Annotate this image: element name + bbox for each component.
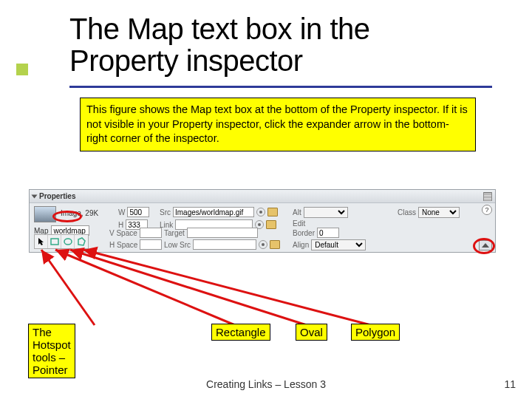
browse-folder-icon[interactable] bbox=[266, 220, 276, 229]
border-label: Border bbox=[293, 229, 315, 237]
image-thumbnail[interactable] bbox=[34, 206, 56, 222]
svg-line-4 bbox=[70, 250, 307, 325]
align-select[interactable]: Default bbox=[311, 239, 366, 250]
hotspot-tools bbox=[34, 234, 89, 249]
panel-menu-icon[interactable] bbox=[483, 192, 492, 201]
point-to-file-icon[interactable] bbox=[256, 208, 265, 216]
vspace-input[interactable] bbox=[140, 228, 162, 238]
annotation-pointer-label: The Hotspot tools – Pointer bbox=[28, 324, 75, 378]
hotspot-polygon-tool[interactable] bbox=[75, 235, 88, 248]
polygon-icon bbox=[77, 237, 86, 246]
svg-line-5 bbox=[83, 250, 371, 325]
hspace-input[interactable] bbox=[140, 239, 162, 250]
hspace-label: H Space bbox=[109, 241, 137, 249]
caption-box: This figure shows the Map text box at th… bbox=[80, 98, 476, 151]
page-number: 11 bbox=[504, 378, 516, 390]
image-label: Image, 29K bbox=[61, 209, 98, 217]
svg-line-3 bbox=[55, 250, 235, 325]
chevron-up-icon bbox=[482, 243, 489, 248]
browse-folder-icon[interactable] bbox=[267, 208, 278, 216]
property-inspector: Properties Image, 29K W H Src Link Alt bbox=[29, 189, 496, 253]
title-bullet bbox=[16, 64, 28, 75]
svg-point-1 bbox=[64, 239, 72, 245]
annotation-rectangle-label: Rectangle bbox=[211, 324, 270, 341]
inspector-header[interactable]: Properties bbox=[30, 190, 495, 203]
slide-title: The Map text box in the Property inspect… bbox=[69, 13, 483, 77]
alt-select[interactable] bbox=[304, 207, 348, 218]
src-label: Src bbox=[160, 208, 171, 216]
border-input[interactable] bbox=[317, 228, 339, 238]
point-to-file-icon[interactable] bbox=[259, 240, 267, 249]
oval-icon bbox=[64, 237, 72, 246]
svg-line-2 bbox=[41, 250, 95, 325]
align-label: Align bbox=[293, 241, 309, 249]
disclosure-triangle-icon[interactable] bbox=[32, 194, 38, 198]
src-input[interactable] bbox=[173, 207, 254, 217]
w-label: W bbox=[118, 208, 125, 216]
pointer-icon bbox=[38, 237, 45, 246]
target-input[interactable] bbox=[187, 228, 258, 238]
help-icon[interactable]: ? bbox=[482, 205, 492, 215]
annotation-oval-label: Oval bbox=[296, 324, 327, 341]
lowsrc-label: Low Src bbox=[164, 241, 191, 249]
hotspot-oval-tool[interactable] bbox=[61, 235, 75, 248]
slide-footer: Creating Links – Lesson 3 bbox=[0, 378, 532, 390]
hotspot-pointer-tool[interactable] bbox=[35, 235, 48, 248]
alt-label: Alt bbox=[293, 208, 301, 216]
browse-folder-icon[interactable] bbox=[270, 240, 280, 249]
hotspot-rectangle-tool[interactable] bbox=[48, 235, 61, 248]
annotation-polygon-label: Polygon bbox=[351, 324, 400, 341]
expander-button[interactable] bbox=[479, 240, 492, 250]
w-input[interactable] bbox=[127, 207, 149, 217]
class-select[interactable]: None bbox=[418, 207, 460, 218]
vspace-label: V Space bbox=[109, 229, 137, 237]
class-label: Class bbox=[398, 208, 416, 216]
title-underline bbox=[69, 86, 492, 88]
target-label: Target bbox=[164, 229, 185, 237]
inspector-title: Properties bbox=[39, 192, 75, 200]
lowsrc-input[interactable] bbox=[193, 239, 256, 250]
map-label: Map bbox=[34, 227, 48, 235]
edit-label: Edit bbox=[293, 219, 305, 228]
rectangle-icon bbox=[50, 237, 59, 246]
svg-rect-0 bbox=[51, 239, 58, 245]
